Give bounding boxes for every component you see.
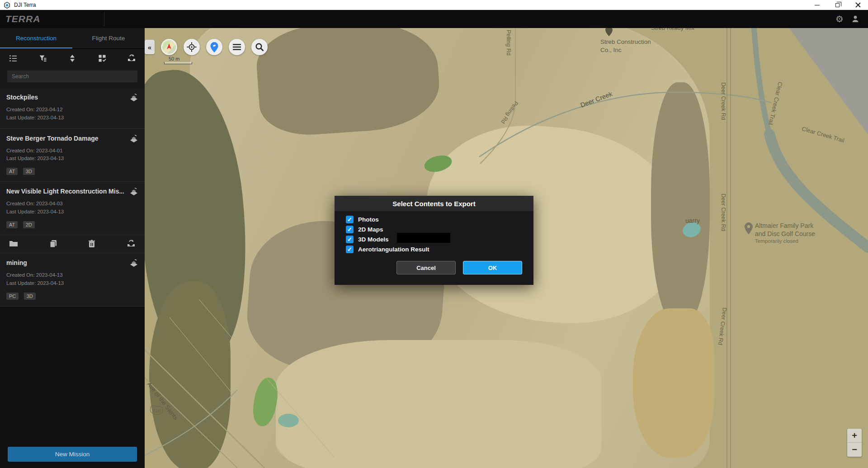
option-aerotriangulation[interactable]: ✓ Aerotriangulation Result xyxy=(346,245,429,253)
reconstruction-type-icon xyxy=(128,187,139,196)
mission-created: Created On: 2023-04-01 xyxy=(6,147,138,155)
delete-trash-icon[interactable] xyxy=(88,240,95,248)
open-folder-icon[interactable] xyxy=(9,240,18,248)
grid-select-icon[interactable] xyxy=(96,52,108,64)
altmaier-pin-icon xyxy=(744,222,753,234)
mission-list-empty-area xyxy=(0,307,145,442)
mission-item-steve-berger[interactable]: Steve Berger Tornado Damage Created On: … xyxy=(0,129,145,182)
list-icon xyxy=(232,43,241,51)
mission-updated: Last Update: 2023-04-13 xyxy=(6,279,138,288)
mission-created: Created On: 2023-04-13 xyxy=(6,271,138,279)
map-label-deer-creek-rd-2: Deer Creek Rd xyxy=(720,194,726,231)
map-label-deer-creek-rd-1: Deer Creek Rd xyxy=(720,82,726,120)
sidebar: Reconstruction Flight Route Stockpiles C… xyxy=(0,28,145,468)
option-label: 3D Models xyxy=(358,236,389,243)
mission-item-new-visible-light[interactable]: New Visible Light Reconstruction Mis... … xyxy=(0,182,145,235)
ok-button[interactable]: OK xyxy=(463,261,522,274)
option-photos[interactable]: ✓ Photos xyxy=(346,215,379,223)
map-style-button[interactable] xyxy=(161,39,177,55)
map-label-streb-ready-mix: Streb Ready Mix xyxy=(651,28,694,31)
mission-updated: Last Update: 2023-04-13 xyxy=(6,155,138,163)
check-icon: ✓ xyxy=(347,226,352,233)
window-titlebar: DJI Terra xyxy=(0,0,868,10)
checkbox-checked-icon[interactable]: ✓ xyxy=(346,216,354,223)
map-label-streb-construction: Streb Construction Co., Inc xyxy=(600,38,651,54)
restore-button[interactable] xyxy=(827,0,848,10)
mission-title: Steve Berger Tornado Damage xyxy=(6,135,124,142)
map-style-icon xyxy=(162,40,176,54)
close-button[interactable] xyxy=(848,0,868,10)
badge-pc: PC xyxy=(6,293,19,300)
reconstruction-type-icon xyxy=(128,93,139,102)
locate-button[interactable] xyxy=(184,39,200,55)
mission-title: mining xyxy=(6,259,124,266)
mission-item-mining[interactable]: mining Created On: 2023-04-13 Last Updat… xyxy=(0,253,145,307)
badge-3d: 3D xyxy=(24,293,36,300)
option-2d-maps[interactable]: ✓ 2D Maps xyxy=(346,225,383,233)
cancel-button[interactable]: Cancel xyxy=(396,261,456,274)
mission-updated: Last Update: 2023-04-13 xyxy=(6,114,138,122)
locate-crosshair-icon xyxy=(187,42,197,52)
place-pin-icon xyxy=(605,28,613,36)
badge-3d: 3D xyxy=(23,168,35,175)
export-icon[interactable] xyxy=(127,240,136,248)
layer-list-button[interactable] xyxy=(229,39,245,55)
tab-reconstruction-label: Reconstruction xyxy=(16,35,57,42)
export-dialog-title: Select Contents to Export xyxy=(335,196,533,211)
tab-flight-route[interactable]: Flight Route xyxy=(72,28,145,48)
tab-flight-route-label: Flight Route xyxy=(92,35,125,42)
search-input[interactable] xyxy=(7,71,137,82)
reconstruction-type-icon xyxy=(128,259,139,268)
redacted-region xyxy=(397,233,450,243)
map-label-pelling-rd-1: Pelling Rd xyxy=(505,30,512,56)
numbered-list-icon[interactable] xyxy=(7,52,19,64)
place-marker-button[interactable] xyxy=(206,39,222,55)
checkbox-checked-icon[interactable]: ✓ xyxy=(346,236,354,243)
option-3d-models[interactable]: ✓ 3D Models xyxy=(346,235,389,243)
new-mission-button[interactable]: New Mission xyxy=(8,447,137,462)
user-profile-icon[interactable] xyxy=(851,14,860,24)
tab-reconstruction[interactable]: Reconstruction xyxy=(0,28,72,48)
mission-title: Stockpiles xyxy=(6,94,124,101)
terra-logo: TERRA xyxy=(5,14,40,24)
import-export-icon[interactable] xyxy=(126,52,137,64)
map-scale-label: 50 m xyxy=(169,56,192,61)
app-header: TERRA ⚙ xyxy=(0,10,868,28)
filter-icon[interactable] xyxy=(37,52,49,64)
map-label-quarry: uarry xyxy=(685,217,700,224)
map-label-altmaier-status: Temporarily closed xyxy=(755,238,815,245)
badge-at: AT xyxy=(6,221,18,228)
option-label: Photos xyxy=(358,216,379,223)
header-divider xyxy=(104,12,104,26)
zoom-in-button[interactable]: + xyxy=(847,429,862,443)
minimize-icon xyxy=(815,5,820,5)
mission-title: New Visible Light Reconstruction Mis... xyxy=(6,188,124,195)
map-pin-icon xyxy=(210,42,218,52)
search-icon xyxy=(255,43,264,52)
collapse-icon: « xyxy=(148,43,151,51)
option-label: 2D Maps xyxy=(358,226,383,233)
settings-gear-icon[interactable]: ⚙ xyxy=(835,14,844,24)
check-icon: ✓ xyxy=(347,236,352,243)
sidebar-tabs: Reconstruction Flight Route xyxy=(0,28,145,49)
search-container xyxy=(0,68,145,88)
map-search-button[interactable] xyxy=(251,39,268,55)
mission-item-stockpiles[interactable]: Stockpiles Created On: 2023-04-12 Last U… xyxy=(0,88,145,129)
check-icon: ✓ xyxy=(347,246,352,253)
zoom-control: + − xyxy=(847,429,862,457)
sort-icon[interactable] xyxy=(66,52,78,64)
minus-icon: − xyxy=(852,444,857,455)
zoom-out-button[interactable]: − xyxy=(847,443,862,457)
mission-actions-row xyxy=(0,235,145,253)
map-label-altmaier: Altmaier Family Park and Disc Golf Cours… xyxy=(755,222,815,245)
checkbox-checked-icon[interactable]: ✓ xyxy=(346,246,354,253)
checkbox-checked-icon[interactable]: ✓ xyxy=(346,226,354,233)
window-title: DJI Terra xyxy=(14,2,36,8)
collapse-panel-button[interactable]: « xyxy=(145,40,155,54)
map-scale-bar xyxy=(164,62,192,64)
copy-icon[interactable] xyxy=(49,240,57,248)
minimize-button[interactable] xyxy=(807,0,827,10)
badge-2d: 2D xyxy=(23,221,35,228)
check-icon: ✓ xyxy=(347,216,352,223)
dji-terra-app-icon xyxy=(4,2,10,9)
